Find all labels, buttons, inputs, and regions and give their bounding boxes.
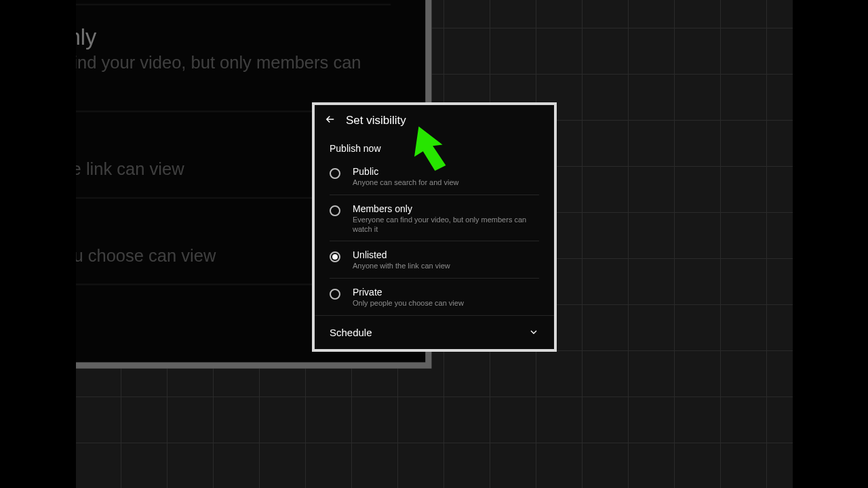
option-row: PublicAnyone can search for and view [76,0,391,5]
option-public[interactable]: Public Anyone can search for and view [330,158,539,195]
option-title: Members only [76,24,391,49]
option-unlisted[interactable]: Unlisted Anyone with the link can view [330,241,539,279]
option-desc: Only people you choose can view [353,299,539,308]
visibility-panel: Set visibility Publish now Public Anyone… [312,102,557,352]
chevron-down-icon [528,327,539,338]
radio-icon [330,168,340,179]
option-title: Members only [353,203,539,214]
option-title: Private [353,287,539,298]
back-button[interactable] [324,113,336,128]
back-arrow-icon [324,113,336,125]
option-title: Unlisted [353,249,539,260]
schedule-label: Schedule [330,327,372,338]
radio-icon [330,205,340,216]
panel-header: Set visibility [315,105,554,134]
option-private[interactable]: Private Only people you choose can view [330,279,539,315]
schedule-section[interactable]: Schedule [315,315,554,349]
publish-section-label: Publish now [315,134,554,158]
panel-title: Set visibility [346,114,406,127]
option-desc: Anyone can search for and view [353,178,539,188]
visibility-options: Public Anyone can search for and view Me… [315,158,554,315]
option-desc: Everyone can find your video, but only m… [76,52,391,96]
option-desc: Everyone can find your video, but only m… [353,216,539,235]
option-title: Public [353,166,539,177]
option-row: Members onlyEveryone can find your video… [76,5,391,113]
radio-icon-selected [330,251,340,262]
radio-icon [330,289,340,300]
option-members-only[interactable]: Members only Everyone can find your vide… [330,195,539,242]
option-desc: Anyone with the link can view [353,262,539,271]
